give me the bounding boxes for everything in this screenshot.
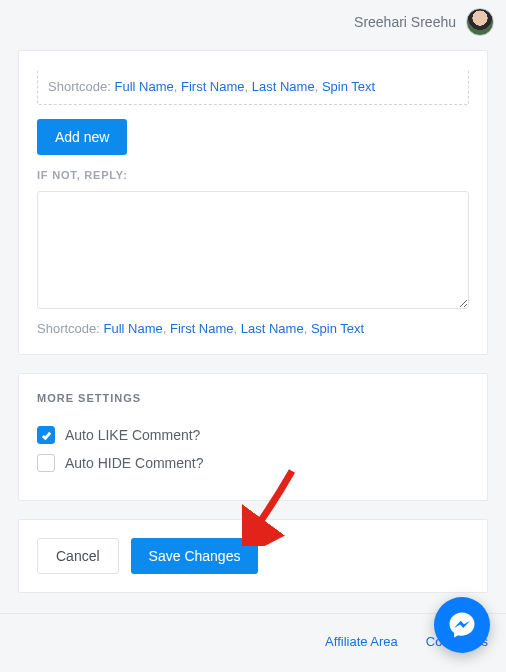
- avatar[interactable]: [466, 8, 494, 36]
- cancel-button[interactable]: Cancel: [37, 538, 119, 574]
- if-not-reply-label: IF NOT, REPLY:: [37, 169, 469, 181]
- username-label: Sreehari Sreehu: [354, 14, 456, 30]
- shortcode-first-name[interactable]: First Name: [181, 79, 245, 94]
- shortcode-box-top: Shortcode: Full Name, First Name, Last N…: [37, 69, 469, 105]
- more-settings-title: MORE SETTINGS: [37, 392, 469, 404]
- auto-like-label: Auto LIKE Comment?: [65, 427, 200, 443]
- reply-card: Shortcode: Full Name, First Name, Last N…: [18, 50, 488, 355]
- shortcode-first-name-2[interactable]: First Name: [170, 321, 234, 336]
- auto-hide-label: Auto HIDE Comment?: [65, 455, 204, 471]
- messenger-icon: [447, 610, 477, 640]
- shortcode-full-name-2[interactable]: Full Name: [104, 321, 163, 336]
- add-new-button[interactable]: Add new: [37, 119, 127, 155]
- shortcode-label: Shortcode:: [48, 79, 111, 94]
- auto-like-checkbox[interactable]: [37, 426, 55, 444]
- auto-hide-checkbox[interactable]: [37, 454, 55, 472]
- affiliate-link[interactable]: Affiliate Area: [325, 634, 398, 649]
- more-settings-card: MORE SETTINGS Auto LIKE Comment? Auto HI…: [18, 373, 488, 501]
- shortcode-last-name[interactable]: Last Name: [252, 79, 315, 94]
- shortcode-label-2: Shortcode:: [37, 321, 100, 336]
- messenger-chat-button[interactable]: [434, 597, 490, 653]
- shortcode-last-name-2[interactable]: Last Name: [241, 321, 304, 336]
- actions-card: Cancel Save Changes: [18, 519, 488, 593]
- shortcode-full-name[interactable]: Full Name: [115, 79, 174, 94]
- reply-textarea[interactable]: [37, 191, 469, 309]
- save-button[interactable]: Save Changes: [131, 538, 259, 574]
- footer: Affiliate Area Contact us: [0, 613, 506, 669]
- shortcode-spin-text[interactable]: Spin Text: [322, 79, 375, 94]
- shortcode-spin-text-2[interactable]: Spin Text: [311, 321, 364, 336]
